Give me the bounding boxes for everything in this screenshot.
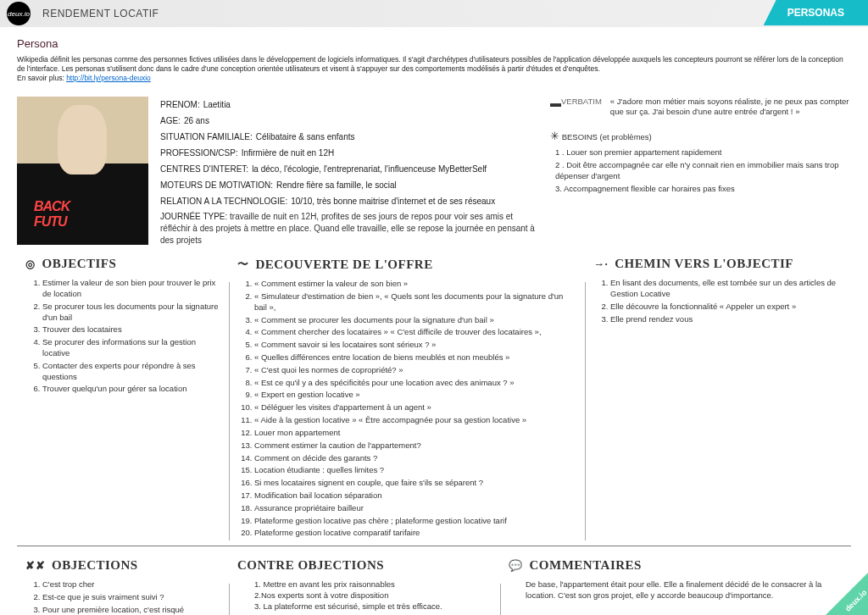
list-item: « Comment estimer la valeur de son bien … (254, 279, 576, 290)
target-icon: ◎ (25, 258, 36, 271)
decouverte-heading: 〜 DECOUVERTE DE L'OFFRE (237, 257, 576, 272)
intro-heading: Persona (17, 37, 851, 50)
persona-info: PRENOM:LaetitiaAGE:26 ansSITUATION FAMIL… (160, 97, 542, 247)
list-item: Si mes locataires signent en couple, que… (254, 478, 576, 489)
list-item: Est-ce que je suis vraiment suivi ? (42, 592, 220, 603)
list-item: « Aide à la gestion locative » « Être ac… (254, 415, 576, 426)
besoins-list: 1 . Louer son premier appartement rapide… (550, 147, 851, 194)
profile-row: PRENOM:Laetitia (160, 97, 542, 113)
list-item: « Quelles différences entre location de … (254, 352, 576, 363)
persona-photo (17, 97, 148, 245)
list-item: « Est ce qu'il y a des spécificités pour… (254, 378, 576, 389)
objectifs-list: Estimer la valeur de son bien pour trouv… (25, 278, 220, 395)
objectifs-heading: ◎ OBJECTIFS (25, 257, 220, 271)
comment-icon: 💬 (509, 559, 523, 573)
list-item: Trouver quelqu'un pour gérer sa location (42, 384, 220, 395)
verbatim-icon: ▬ (550, 97, 561, 118)
verbatim-label: VERBATIM (561, 97, 602, 118)
list-item: « Déléguer les visites d'appartement à u… (254, 402, 576, 413)
list-item: Comment estimer la caution de l'appartem… (254, 440, 576, 452)
list-item: C'est trop cher (42, 579, 220, 590)
list-item: Comment on décide des garants ? (254, 453, 576, 464)
list-item: En lisant des documents, elle est tombée… (610, 278, 843, 300)
contre-heading: CONTRE OBJECTIONS (237, 558, 492, 573)
list-item: Elle prend rendez vous (610, 314, 843, 325)
list-item: « C'est quoi les normes de copropriété? … (254, 365, 576, 376)
list-item: « Expert en gestion locative » (254, 390, 576, 401)
list-item: Elle découvre la fonctionnalité « Appele… (610, 302, 843, 313)
objections-list: C'est trop cherEst-ce que je suis vraime… (25, 579, 220, 615)
list-item: 1 . Louer son premier appartement rapide… (555, 147, 851, 158)
divider (17, 546, 851, 546)
header-bar: deux.io RENDEMENT LOCATIF PERSONAS (0, 0, 868, 27)
profile-row: MOTEURS DE MOTIVATION:Rendre fière sa fa… (160, 177, 542, 193)
wave-icon: 〜 (237, 257, 249, 272)
intro-more: En savoir plus: http://bit.ly/persona-de… (17, 74, 851, 83)
intro-text: Wikipedia définit les personas comme des… (17, 55, 851, 74)
chemin-list: En lisant des documents, elle est tombée… (593, 278, 843, 324)
list-item: Contacter des experts pour répondre à se… (42, 361, 220, 383)
list-item: Plateforme gestion locative comparatif t… (254, 528, 576, 539)
list-item: Pour une première location, c'est risqué (42, 605, 220, 615)
profile-row: AGE:26 ans (160, 113, 542, 129)
profile-row: PROFESSION/CSP:Infirmière de nuit en 12H (160, 145, 542, 161)
page-title: RENDEMENT LOCATIF (42, 8, 159, 19)
verbatim-block: ▬ VERBATIM « J'adore mon métier mais soy… (550, 97, 851, 118)
objections-heading: ✘✘ OBJECTIONS (25, 558, 220, 573)
cross-icon: ✘✘ (25, 559, 45, 573)
list-item: Trouver des locataires (42, 324, 220, 335)
contre-list: 1. Mettre en avant les prix raisonnables… (237, 579, 492, 612)
list-item: Location étudiante : quelles limites ? (254, 465, 576, 476)
star-icon: ✳ (550, 130, 559, 142)
list-item: Se procurer des informations sur la gest… (42, 337, 220, 359)
intro-block: Persona Wikipedia définit les personas c… (0, 27, 868, 90)
list-item: 2 . Doit être accompagnée car elle n'y c… (555, 160, 851, 181)
list-item: « Simulateur d'estimation de bien », « Q… (254, 291, 576, 313)
comments-heading: 💬 COMMENTAIRES (509, 558, 843, 573)
list-item: Estimer la valeur de son bien pour trouv… (42, 278, 220, 300)
verbatim-text: « J'adore mon métier mais soyons réalist… (610, 97, 851, 118)
list-item: « Comment chercher des locataires » « C'… (254, 327, 576, 338)
section-tag: PERSONAS (764, 0, 868, 25)
chemin-heading: →· CHEMIN VERS L'OBJECTIF (593, 257, 843, 271)
list-item: 2.Nos experts sont à votre disposition (254, 590, 492, 601)
arrow-icon: →· (593, 258, 608, 271)
decouverte-list: « Comment estimer la valeur de son bien … (237, 279, 576, 539)
list-item: Assurance propriétaire bailleur (254, 503, 576, 514)
list-item: « Comment se procurer les documents pour… (254, 315, 576, 326)
profile-row: SITUATION FAMILIALE:Célibataire & sans e… (160, 129, 542, 145)
profile-row: CENTRES D'INTERET:la déco, l'écologie, l… (160, 161, 542, 177)
list-item: Se procurer tous les documents pour la s… (42, 302, 220, 324)
besoins-heading: ✳ BESOINS (et problèmes) (550, 130, 851, 142)
list-item: « Comment savoir si les locataires sont … (254, 340, 576, 351)
list-item: Plateforme gestion locative pas chère ; … (254, 516, 576, 527)
brand-logo: deux.io (7, 2, 31, 25)
list-item: 3. La plateforme est sécurisé, simple et… (254, 601, 492, 612)
list-item: 1. Mettre en avant les prix raisonnables (254, 579, 492, 590)
list-item: 3. Accompagnement flexible car horaires … (555, 184, 851, 194)
list-item: Louer mon appartement (254, 428, 576, 439)
profile-row: RELATION A LA TECHNOLOGIE:10/10, très bo… (160, 193, 542, 209)
list-item: Modification bail location séparation (254, 490, 576, 501)
comments-text: De base, l'appartement était pour elle. … (509, 579, 843, 601)
intro-link[interactable]: http://bit.ly/persona-deuxio (66, 74, 151, 82)
